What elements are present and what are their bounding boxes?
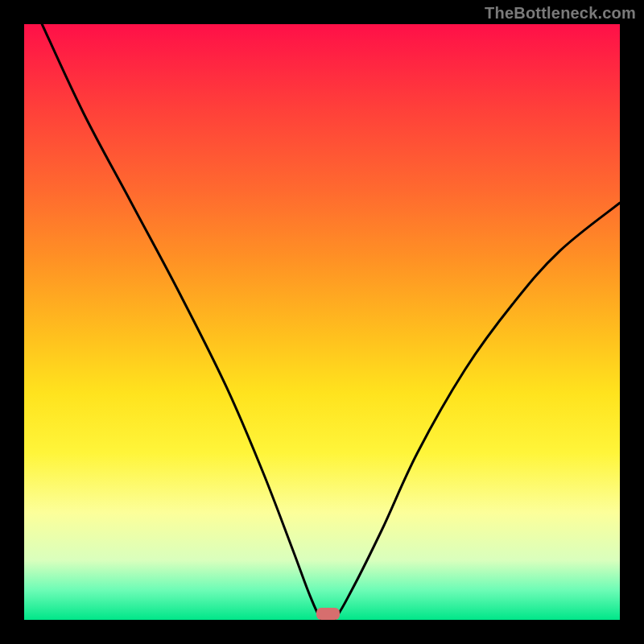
- curve-path: [42, 24, 620, 620]
- watermark-text: TheBottleneck.com: [485, 4, 636, 23]
- bottleneck-curve: [24, 24, 620, 620]
- chart-frame: TheBottleneck.com: [0, 0, 644, 644]
- plot-area: [24, 24, 620, 620]
- optimal-marker: [316, 608, 341, 620]
